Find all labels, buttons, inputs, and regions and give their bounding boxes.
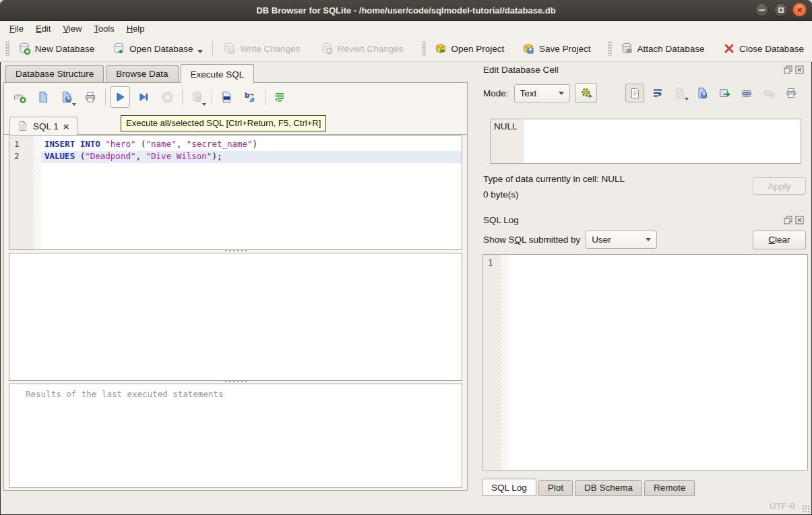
save-sql-file-button[interactable] xyxy=(57,86,77,108)
execute-all-button[interactable] xyxy=(110,86,130,108)
cell-value-input[interactable] xyxy=(524,119,801,163)
word-wrap-icon xyxy=(652,87,664,99)
sql-code-area[interactable]: INSERT INTO "hero" ("name", "secret_name… xyxy=(41,136,462,249)
sql-log-view[interactable]: 1 xyxy=(482,254,808,471)
dock-float-icon[interactable] xyxy=(784,216,792,224)
print-cell-button[interactable] xyxy=(782,84,800,102)
sql-text: , xyxy=(135,151,146,161)
open-sql-file-button[interactable] xyxy=(33,86,53,108)
stop-button[interactable] xyxy=(157,86,177,108)
execute-line-icon xyxy=(137,91,150,103)
panel-splitter[interactable] xyxy=(468,61,476,495)
dock-close-icon[interactable] xyxy=(795,65,804,74)
resize-grip-icon[interactable] xyxy=(802,505,810,513)
attach-database-button[interactable]: Attach Database xyxy=(615,39,710,58)
log-fold-margin xyxy=(501,255,508,470)
save-file-icon xyxy=(60,90,73,104)
minimize-button[interactable] xyxy=(755,3,769,17)
word-wrap-button[interactable] xyxy=(649,84,666,102)
execute-line-button[interactable] xyxy=(133,86,154,108)
find-button[interactable] xyxy=(216,86,237,108)
import-data-button[interactable] xyxy=(693,84,711,102)
toolbar-drag-handle[interactable] xyxy=(5,41,9,56)
apply-button[interactable]: Apply xyxy=(753,177,806,195)
log-line-number-gutter: 1 xyxy=(483,255,501,470)
copy-link-button[interactable] xyxy=(738,84,755,102)
cell-editor-toolbar xyxy=(625,84,805,102)
dock-float-icon[interactable] xyxy=(784,65,792,74)
filter-label: Show SQL submitted by xyxy=(483,235,580,245)
tab-db-schema[interactable]: DB Schema xyxy=(575,480,642,496)
tab-remote[interactable]: Remote xyxy=(644,480,695,496)
open-sql-tab-button[interactable] xyxy=(9,86,30,108)
tab-browse-data[interactable]: Browse Data xyxy=(106,65,178,82)
replace-button[interactable]: ba xyxy=(240,86,260,108)
tab-sql-log[interactable]: SQL Log xyxy=(482,479,536,496)
execution-results-pane[interactable]: Results of the last executed statements xyxy=(9,384,462,488)
results-table-pane[interactable] xyxy=(9,253,462,381)
cell-value-editor[interactable]: NULL xyxy=(490,119,801,164)
close-database-button[interactable]: Close Database xyxy=(718,40,809,57)
sql-line-1: INSERT INTO "hero" ("name", "secret_name… xyxy=(41,139,462,151)
apply-default-button[interactable] xyxy=(575,83,597,103)
execute-sql-panel: ba SQL 1 xyxy=(3,82,468,491)
sql-tab-label: SQL 1 xyxy=(33,121,59,131)
toolbar-drag-handle[interactable] xyxy=(608,41,612,56)
maximize-button[interactable] xyxy=(774,3,788,17)
chevron-down-icon xyxy=(202,103,206,106)
tab-plot[interactable]: Plot xyxy=(538,480,573,496)
cell-size-info: 0 byte(s) xyxy=(483,189,519,200)
tab-close-icon[interactable]: × xyxy=(63,121,69,131)
save-results-button[interactable] xyxy=(187,86,207,108)
project-open-icon xyxy=(434,42,447,55)
sql-file-tab[interactable]: SQL 1 × xyxy=(9,117,77,135)
titlebar: DB Browser for SQLite - /home/user/code/… xyxy=(0,0,812,21)
save-project-button[interactable]: Save Project xyxy=(516,39,596,58)
sql-string: "Dive Wilson" xyxy=(146,151,212,161)
format-sql-button[interactable] xyxy=(270,86,290,108)
toolbar-drag-handle[interactable] xyxy=(422,41,426,56)
main-tab-bar: Database Structure Browse Data Execute S… xyxy=(3,64,468,82)
encoding-indicator[interactable]: UTF-8 xyxy=(770,501,795,511)
database-close-icon xyxy=(723,42,735,55)
sql-text: ( xyxy=(75,151,85,161)
menu-file[interactable]: File xyxy=(3,22,30,35)
main-content: Database Structure Browse Data Execute S… xyxy=(0,61,812,495)
mode-select[interactable]: Text xyxy=(514,84,571,102)
export-data-button[interactable] xyxy=(716,84,733,102)
menu-edit[interactable]: Edit xyxy=(30,22,57,35)
execute-tooltip: Execute all/selected SQL [Ctrl+Return, F… xyxy=(121,115,326,131)
write-changes-label: Write Changes xyxy=(240,44,300,54)
submitted-by-select[interactable]: User xyxy=(586,231,657,249)
new-database-button[interactable]: New Database xyxy=(12,39,100,58)
menu-tools[interactable]: Tools xyxy=(88,22,120,35)
submitted-by-value: User xyxy=(586,235,645,245)
revert-changes-button[interactable]: Revert Changes xyxy=(315,39,409,58)
open-in-editor-button[interactable] xyxy=(671,84,689,102)
open-project-label: Open Project xyxy=(451,44,505,54)
set-null-button[interactable] xyxy=(760,84,778,102)
close-button[interactable]: × xyxy=(792,3,807,17)
database-new-icon xyxy=(18,42,31,55)
write-changes-button[interactable]: Write Changes xyxy=(217,39,305,58)
log-content xyxy=(508,255,807,470)
open-database-button[interactable]: Open Database xyxy=(106,39,209,58)
dock-close-icon[interactable] xyxy=(795,216,804,224)
menu-view[interactable]: View xyxy=(57,22,88,35)
print-button[interactable] xyxy=(80,86,100,108)
tab-database-structure[interactable]: Database Structure xyxy=(5,65,104,82)
open-project-button[interactable]: Open Project xyxy=(429,39,510,58)
database-revert-icon xyxy=(320,42,334,55)
sql-editor[interactable]: 1 2 INSERT INTO "hero" ("name", "secret_… xyxy=(9,135,462,250)
sql-text: ) xyxy=(253,139,258,149)
gear-icon xyxy=(580,86,593,100)
text-mode-button[interactable] xyxy=(625,84,644,102)
fold-margin xyxy=(34,136,41,249)
clear-log-button[interactable]: Clear xyxy=(753,231,806,249)
sql-log-filter-row: Show SQL submitted by User Clear xyxy=(483,230,806,249)
project-save-icon xyxy=(522,42,535,55)
menu-help[interactable]: Help xyxy=(121,22,151,35)
cell-type-info: Type of data currently in cell: NULL xyxy=(483,174,625,184)
tab-execute-sql[interactable]: Execute SQL xyxy=(181,64,255,83)
splitter-handle-icon xyxy=(224,380,248,383)
